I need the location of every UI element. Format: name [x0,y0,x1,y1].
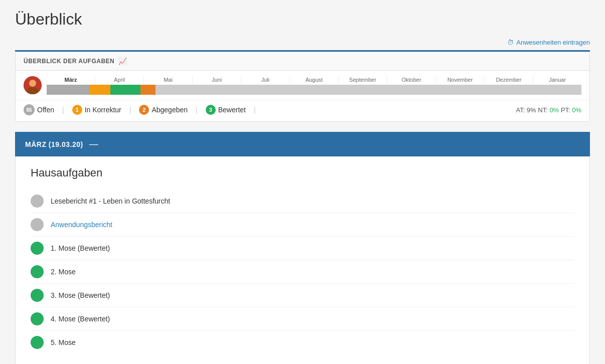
legend-item-abgegeben: 2 Abgegeben [139,105,188,115]
gantt-seg-yellow [89,85,110,95]
task-dot-2 [31,218,44,231]
label-korrektur: In Korrektur [85,106,121,114]
task-dot-7 [31,336,44,349]
overview-card-title: ÜBERBLICK DER AUFGABEN [24,58,114,65]
gantt-month-november: November [436,76,485,84]
overview-card-header: ÜBERBLICK DER AUFGABEN 📈 [16,52,589,71]
gantt-month-mai: Mai [144,76,193,84]
legend-item-offen: 86 Offen [24,104,54,115]
gantt-seg-green1 [110,85,125,95]
gantt-month-marz: März [47,76,95,84]
task-item-7: 5. Mose [31,331,574,354]
gantt-month-april: April [95,76,144,84]
legend-item-bewertet: 3 Bewertet [206,105,246,115]
task-dot-1 [31,195,44,208]
label-bewertet: Bewertet [218,106,246,114]
gantt-month-juni: Juni [193,76,241,84]
avatar [24,76,42,94]
legend-area: 86 Offen | 1 In Korrektur | 2 Abgegeben … [16,100,589,121]
top-action-bar: ⏱ Anwesenheiten eintragen [15,39,590,46]
sep4: | [254,106,256,114]
task-item-5: 3. Mose (Bewertet) [31,284,574,307]
task-text-7: 5. Mose [51,338,76,346]
gantt-months: März April Mai Juni Juli August Septembe… [47,76,581,84]
month-section-title: MÄRZ (19.03.20) [25,140,83,148]
badge-abgegeben: 2 [139,105,149,115]
task-item-6: 4. Mose (Bewertet) [31,307,574,331]
task-link-2[interactable]: Anwendungsbericht [51,221,112,229]
gantt-seg-green2 [125,85,140,95]
sep2: | [129,106,131,114]
sep1: | [62,106,64,114]
task-dot-6 [31,312,44,325]
at-value: 9% [527,106,538,114]
task-item-4: 2. Mose [31,260,574,284]
pt-value: 0% [572,106,581,114]
gantt-month-juli: Juli [241,76,290,84]
task-item-2: Anwendungsbericht [31,213,574,237]
task-dot-3 [31,242,44,255]
task-text-1: Lesebericht #1 - Leben in Gottesfurcht [51,197,170,205]
gantt-month-august: August [290,76,339,84]
gantt-month-september: September [339,76,387,84]
page-container: Überblick ⏱ Anwesenheiten eintragen ÜBER… [0,0,605,364]
tasks-section-title: Hausaufgaben [31,166,574,179]
at-label: AT: [516,106,526,114]
badge-bewertet: 3 [206,105,216,115]
label-offen: Offen [37,106,54,114]
gantt-month-oktober: Oktober [387,76,436,84]
gantt-seg-orange [140,85,156,95]
label-abgegeben: Abgegeben [152,106,188,114]
gantt-area: März April Mai Juni Juli August Septembe… [16,71,589,100]
task-item-3: 1. Mose (Bewertet) [31,237,574,260]
task-text-3: 1. Mose (Bewertet) [51,244,110,252]
month-section: MÄRZ (19.03.20) — Hausaufgaben Leseberic… [15,132,590,364]
anwesenheiten-link[interactable]: ⏱ Anwesenheiten eintragen [507,39,590,46]
legend-stats: AT: 9% NT: 0% PT: 0% [516,106,581,114]
overview-card: ÜBERBLICK DER AUFGABEN 📈 März April Mai … [15,52,590,122]
collapse-button[interactable]: — [89,139,98,149]
month-section-header: MÄRZ (19.03.20) — [15,132,590,156]
gantt-chart: März April Mai Juni Juli August Septembe… [47,76,581,95]
gantt-seg-rest [156,85,581,95]
anwesenheiten-label: Anwesenheiten eintragen [516,39,590,46]
svg-point-1 [29,80,36,87]
gantt-month-dezember: Dezember [485,76,533,84]
pt-label: PT: [561,106,572,114]
task-text-4: 2. Mose [51,268,76,276]
page-title: Überblick [15,10,590,29]
badge-offen: 86 [24,104,35,115]
chart-icon: 📈 [118,57,127,65]
task-text-6: 4. Mose (Bewertet) [51,315,110,323]
sep3: | [196,106,198,114]
badge-korrektur: 1 [72,105,82,115]
task-text-5: 3. Mose (Bewertet) [51,291,110,299]
task-dot-4 [31,265,44,278]
nt-value: 0% [549,106,560,114]
gantt-bar-container [47,85,581,95]
tasks-card: Hausaufgaben Lesebericht #1 - Leben in G… [15,156,590,364]
task-item-1: Lesebericht #1 - Leben in Gottesfurcht [31,190,574,213]
nt-label: NT: [538,106,549,114]
gantt-month-januar: Januar [533,76,581,84]
clock-icon: ⏱ [507,39,514,46]
legend-item-korrektur: 1 In Korrektur [72,105,121,115]
task-dot-5 [31,289,44,302]
gantt-seg-gray [47,85,89,95]
